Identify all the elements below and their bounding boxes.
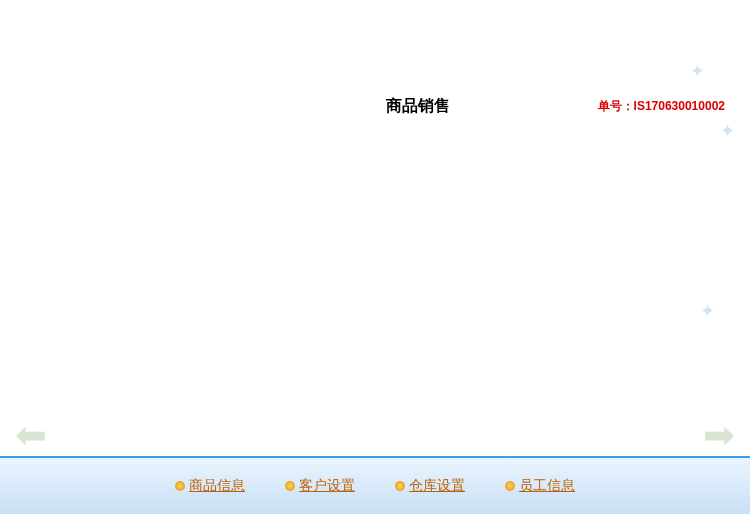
nav-prev-icon[interactable]: ⬅ xyxy=(4,414,58,456)
bullet-icon xyxy=(175,481,185,491)
nav-next-icon[interactable]: ➡ xyxy=(692,414,746,456)
bullet-icon xyxy=(285,481,295,491)
bottom-link-0[interactable]: 商品信息 xyxy=(175,477,245,495)
bottom-link-2[interactable]: 仓库设置 xyxy=(395,477,465,495)
bullet-icon xyxy=(505,481,515,491)
bottom-link-3[interactable]: 员工信息 xyxy=(505,477,575,495)
bottom-link-1[interactable]: 客户设置 xyxy=(285,477,355,495)
bottom-bar: 商品信息客户设置仓库设置员工信息 xyxy=(0,456,750,514)
order-number: 单号：IS170630010002 xyxy=(598,98,725,115)
bullet-icon xyxy=(395,481,405,491)
